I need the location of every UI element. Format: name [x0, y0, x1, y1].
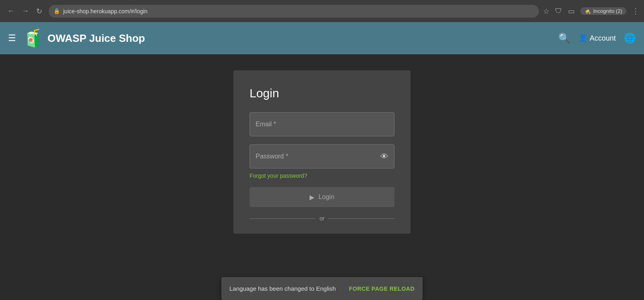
incognito-badge[interactable]: 🕵 Incognito (2) [580, 7, 626, 15]
login-card: Login 👁 Forgot your password? ▶ Login or [233, 70, 411, 234]
snackbar-action-button[interactable]: Force page reload [349, 286, 415, 292]
account-label: Account [590, 34, 616, 43]
or-label: or [320, 215, 324, 222]
logo-area: 🧃 OWASP Juice Shop [23, 30, 552, 47]
hamburger-icon[interactable]: ☰ [8, 33, 16, 43]
back-button[interactable]: ← [5, 5, 17, 17]
globe-icon[interactable]: 🌐 [624, 33, 636, 44]
toggle-password-icon[interactable]: 👁 [380, 152, 388, 161]
search-icon[interactable]: 🔍 [558, 33, 570, 44]
browser-menu-icon[interactable]: ⋮ [632, 7, 639, 16]
forward-button[interactable]: → [19, 5, 31, 17]
header-right: 🔍 👤 Account 🌐 [558, 33, 636, 44]
app-title: OWASP Juice Shop [47, 32, 145, 45]
email-input-wrapper [250, 112, 394, 136]
snackbar-message: Language has been changed to English [229, 284, 337, 293]
reload-button[interactable]: ↻ [34, 5, 45, 17]
app-header: ☰ 🧃 OWASP Juice Shop 🔍 👤 Account 🌐 [0, 22, 644, 54]
shield-icon[interactable]: 🛡 [555, 7, 562, 15]
sidebar-icon[interactable]: ▭ [568, 7, 575, 16]
incognito-label: Incognito (2) [593, 8, 622, 14]
login-btn-icon: ▶ [310, 193, 314, 201]
password-field: 👁 [250, 144, 394, 168]
login-btn-label: Login [318, 193, 334, 201]
browser-chrome: ← → ↻ 🔒 juice-shop.herokuapp.com/#/login… [0, 0, 644, 22]
app-logo: 🧃 [23, 30, 43, 47]
account-icon: 👤 [578, 34, 587, 43]
password-input-wrapper: 👁 [250, 144, 394, 168]
star-icon[interactable]: ☆ [543, 7, 549, 16]
lock-icon: 🔒 [54, 8, 60, 14]
main-content: Login 👁 Forgot your password? ▶ Login or… [0, 54, 644, 300]
email-field [250, 112, 394, 136]
email-input[interactable] [256, 121, 388, 128]
snackbar: Language has been changed to English For… [221, 277, 423, 300]
browser-actions: ☆ 🛡 ▭ 🕵 Incognito (2) ⋮ [543, 7, 639, 16]
or-divider: or [250, 215, 394, 222]
forgot-password-link[interactable]: Forgot your password? [250, 173, 394, 179]
url-text: juice-shop.herokuapp.com/#/login [63, 8, 147, 14]
nav-buttons: ← → ↻ [5, 5, 45, 17]
incognito-icon: 🕵 [584, 8, 591, 14]
password-input[interactable] [256, 153, 388, 160]
login-title: Login [250, 86, 394, 100]
login-button[interactable]: ▶ Login [250, 187, 394, 207]
account-button[interactable]: 👤 Account [578, 34, 616, 43]
address-bar[interactable]: 🔒 juice-shop.herokuapp.com/#/login [49, 5, 539, 18]
